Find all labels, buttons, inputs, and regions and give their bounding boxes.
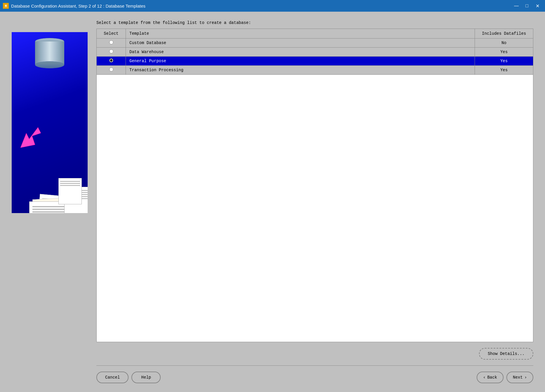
template-table: Select Template Includes Datafiles Custo… [96, 29, 533, 75]
close-button[interactable]: ✕ [533, 2, 542, 10]
back-button[interactable]: ‹ Back [477, 372, 504, 383]
radio-cell-custom[interactable] [97, 39, 126, 48]
template-name-transaction: Transaction Processing [126, 66, 475, 75]
content-area: Select a template from the following lis… [12, 20, 533, 383]
col-header-datafiles: Includes Datafiles [475, 29, 533, 39]
minimize-button[interactable]: — [512, 2, 521, 10]
bottom-buttons: Cancel Help ‹ Back Next › [96, 372, 533, 383]
window-body: Select a template from the following lis… [0, 12, 545, 392]
back-button-label: Back [487, 375, 497, 380]
template-name-custom: Custom Database [126, 39, 475, 48]
maximize-button[interactable]: □ [522, 2, 532, 10]
arrow-icon [20, 124, 44, 155]
bottom-divider [96, 365, 533, 366]
table-row[interactable]: Custom DatabaseNo [97, 39, 533, 48]
col-header-template: Template [126, 29, 475, 39]
datafiles-custom: No [475, 39, 533, 48]
window-title: Database Configuration Assistant, Step 2… [11, 4, 145, 8]
table-row[interactable]: Data WarehouseYes [97, 48, 533, 57]
next-button-label: Next [513, 375, 523, 380]
next-chevron-icon: › [525, 375, 527, 380]
radio-cell-general[interactable] [97, 57, 126, 66]
table-row[interactable]: General PurposeYes [97, 57, 533, 66]
back-chevron-icon: ‹ [483, 375, 485, 380]
cancel-button[interactable]: Cancel [96, 372, 129, 383]
datafiles-general: Yes [475, 57, 533, 66]
datafiles-warehouse: Yes [475, 48, 533, 57]
template-name-warehouse: Data Warehouse [126, 48, 475, 57]
bottom-right-buttons: ‹ Back Next › [477, 372, 533, 383]
svg-text:M: M [5, 4, 7, 8]
show-details-button[interactable]: Show Details... [479, 348, 533, 360]
radio-custom[interactable] [109, 40, 113, 44]
table-empty-area [96, 75, 533, 342]
help-button[interactable]: Help [131, 372, 161, 383]
app-icon: M [3, 3, 9, 9]
col-header-select: Select [97, 29, 126, 39]
window-controls: — □ ✕ [512, 2, 542, 10]
bottom-area: Show Details... Cancel Help [96, 348, 533, 383]
instruction-text: Select a template from the following lis… [96, 20, 533, 25]
database-icon [32, 38, 67, 67]
datafiles-transaction: Yes [475, 66, 533, 75]
radio-general[interactable] [109, 58, 113, 62]
radio-warehouse[interactable] [109, 49, 113, 53]
template-name-general: General Purpose [126, 57, 475, 66]
illustration-panel [12, 32, 88, 213]
radio-cell-warehouse[interactable] [97, 48, 126, 57]
radio-transaction[interactable] [109, 67, 113, 72]
svg-marker-2 [20, 127, 41, 148]
show-details-row: Show Details... [96, 348, 533, 360]
table-row[interactable]: Transaction ProcessingYes [97, 66, 533, 75]
title-bar: M Database Configuration Assistant, Step… [0, 0, 545, 12]
radio-cell-transaction[interactable] [97, 66, 126, 75]
next-button[interactable]: Next › [506, 372, 533, 383]
bottom-left-buttons: Cancel Help [96, 372, 161, 383]
right-panel: Select a template from the following lis… [96, 20, 533, 383]
